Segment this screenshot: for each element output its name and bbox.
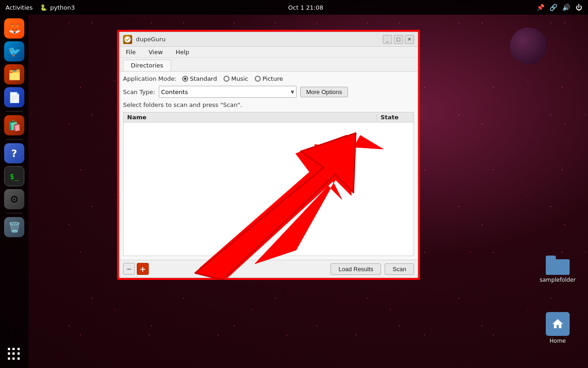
grid-dot [17,352,20,355]
grid-dot [8,352,10,355]
topbar-network-icon: 🔗 [549,4,557,11]
menubar: File View Help [119,47,418,58]
dir-list: Name State [123,112,414,256]
app-mode-radio-group: Standard Music Picture [182,75,283,82]
radio-picture-label: Picture [263,75,283,82]
topbar-power-icon: ⏻ [575,4,582,11]
radio-picture-input[interactable] [255,76,261,82]
scan-button[interactable]: Scan [385,263,414,275]
window-bottom: − + Load Results Scan [119,260,418,278]
bottom-left-buttons: − + [123,263,149,275]
tabbar: Directories [119,58,418,72]
window-maximize-btn[interactable]: □ [394,35,403,44]
dock-item-appstore[interactable]: 🛍️ [4,115,24,135]
dock-item-thunderbird[interactable]: 🐦 [4,41,24,61]
load-results-button[interactable]: Load Results [330,263,381,275]
topbar-app-name: python3 [50,4,75,11]
app-mode-label: Application Mode: [123,75,177,82]
radio-standard-label: Standard [190,75,217,82]
grid-dot [8,357,10,360]
dir-list-header: Name State [123,112,414,123]
window-overlay: dupeGuru _ □ ✕ File View Help Directorie… [117,30,420,280]
topbar-app-icon: 🐍 [40,4,47,11]
scan-type-label: Scan Type: [123,89,155,95]
dock: 🦊 🐦 🗂️ 📄 🛍️ ? $_ ⚙️ 🗑️ [0,15,28,368]
grid-dot [12,357,15,360]
desktop: Activities 🐍 python3 Oct 1 21:08 📌 🔗 🔊 ⏻… [0,0,588,368]
decorative-sphere [510,28,547,64]
radio-music[interactable]: Music [224,75,248,82]
col-state: State [377,114,414,121]
dock-item-help[interactable]: ? [4,143,24,163]
desktop-icon-home[interactable]: Home [539,312,576,344]
radio-standard[interactable]: Standard [182,75,217,82]
tab-directories[interactable]: Directories [123,60,171,71]
window-content: Application Mode: Standard Music Pict [119,72,418,260]
grid-dot [12,348,15,350]
menu-help[interactable]: Help [173,48,192,56]
scan-type-select[interactable]: Contents ▼ [159,86,297,98]
grid-dot [8,348,10,350]
topbar-app: 🐍 python3 [40,4,75,11]
bottom-right-buttons: Load Results Scan [330,263,414,275]
dock-separator-3 [6,213,22,213]
scan-type-row: Scan Type: Contents ▼ More Options [123,86,414,98]
radio-music-label: Music [231,75,248,82]
home-icon-img [546,312,570,336]
window-app-icon [123,35,132,44]
dock-item-writer[interactable]: 📄 [4,87,24,107]
col-name: Name [123,114,377,121]
more-options-button[interactable]: More Options [300,87,348,97]
topbar: Activities 🐍 python3 Oct 1 21:08 📌 🔗 🔊 ⏻ [0,0,588,15]
grid-dot [17,348,20,350]
grid-dot [17,357,20,360]
radio-music-input[interactable] [224,76,230,82]
dupeguru-window: dupeGuru _ □ ✕ File View Help Directorie… [119,32,418,278]
desktop-icon-samplefolder[interactable]: samplefolder [539,255,576,283]
app-mode-row: Application Mode: Standard Music Pict [123,75,414,82]
grid-dot [12,352,15,355]
topbar-volume-icon: 🔊 [562,4,570,11]
home-label: Home [549,338,566,344]
menu-view[interactable]: View [146,48,166,56]
add-folder-button[interactable]: + [137,263,149,275]
select-arrow-icon: ▼ [291,89,294,95]
window-controls: _ □ ✕ [383,35,414,44]
radio-picture[interactable]: Picture [255,75,283,82]
instruction-text: Select folders to scan and press "Scan". [123,101,414,108]
window-title: dupeGuru [136,36,166,43]
dock-item-trash[interactable]: 🗑️ [4,217,24,237]
topbar-pin-icon: 📌 [537,4,544,11]
dock-item-terminal[interactable]: $_ [4,166,24,186]
topbar-datetime: Oct 1 21:08 [288,4,323,11]
dock-item-settings[interactable]: ⚙️ [4,189,24,209]
dock-bottom [4,344,24,364]
radio-standard-input[interactable] [182,76,188,82]
dock-separator [6,111,22,112]
remove-folder-button[interactable]: − [123,263,135,275]
window-close-btn[interactable]: ✕ [405,35,414,44]
dock-show-apps[interactable] [4,344,24,364]
window-minimize-btn[interactable]: _ [383,35,392,44]
dir-list-body [123,123,414,256]
menu-file[interactable]: File [123,48,139,56]
samplefolder-label: samplefolder [540,277,576,283]
window-titlebar: dupeGuru _ □ ✕ [119,32,418,47]
topbar-activities[interactable]: Activities [6,4,33,11]
dock-item-files[interactable]: 🗂️ [4,64,24,84]
dock-separator-2 [6,139,22,139]
scan-type-value: Contents [161,89,188,95]
dock-item-firefox[interactable]: 🦊 [4,18,24,39]
